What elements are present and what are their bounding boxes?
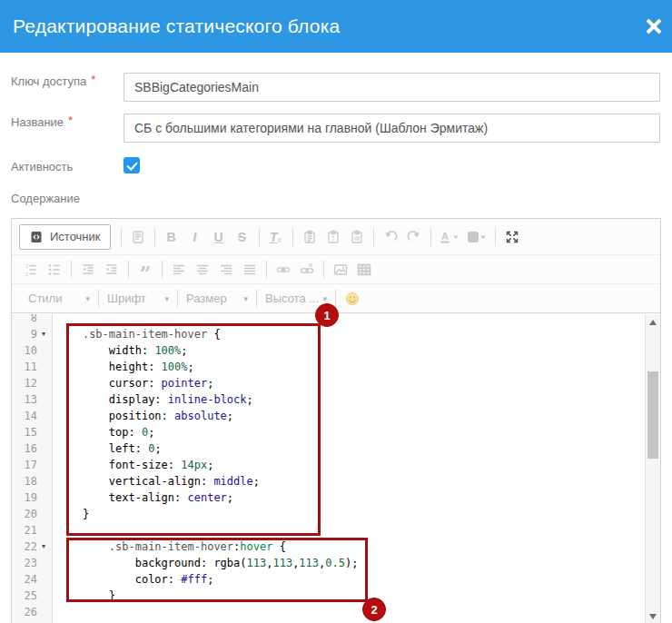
line-number-row: 21 [12, 522, 53, 539]
code-line[interactable]: cursor: pointer; [53, 375, 645, 391]
line-number-row: 16 [12, 440, 53, 457]
code-line[interactable] [53, 604, 645, 620]
fold-placeholder [37, 604, 50, 620]
code-line[interactable]: position: absolute; [53, 408, 645, 424]
code-line[interactable]: font-size: 14px; [53, 457, 645, 473]
name-label: Название* [11, 115, 73, 129]
paste-text-button[interactable]: T [321, 226, 345, 248]
text-color-button[interactable]: A [436, 226, 463, 248]
code-line[interactable]: } [53, 588, 645, 604]
code-line[interactable] [53, 314, 645, 326]
close-icon[interactable] [643, 15, 665, 37]
align-left-icon [172, 262, 186, 277]
undo-button[interactable] [379, 226, 402, 248]
toolbar-separator [256, 290, 257, 308]
code-line[interactable]: vertical-align: middle; [53, 473, 645, 490]
line-number-row: 9▾ [12, 326, 53, 342]
size-dropdown[interactable]: Размер ▾ [183, 287, 252, 311]
svg-text:T: T [331, 235, 335, 242]
templates-button[interactable] [126, 226, 150, 248]
undo-icon [383, 230, 398, 244]
numbered-list-button[interactable]: 1 2 [19, 259, 43, 281]
fold-placeholder [37, 359, 50, 375]
bold-button[interactable]: B [160, 226, 183, 248]
line-number-row: 23 [12, 555, 53, 571]
bg-color-button[interactable]: A [463, 226, 490, 248]
styles-dropdown[interactable]: Стили ▾ [25, 287, 94, 311]
code-line[interactable]: .sb-main-item-hover:hover { [53, 539, 645, 555]
underline-button[interactable]: U [207, 226, 231, 248]
italic-button[interactable]: I [183, 226, 207, 248]
line-number-row: 11 [12, 359, 53, 375]
toolbar-separator [162, 261, 163, 279]
chevron-down-icon: ▾ [164, 294, 169, 303]
clipboard-text-icon: T [326, 230, 341, 244]
access-key-input[interactable] [124, 73, 660, 102]
remove-format-button[interactable]: Tx [264, 226, 288, 248]
indent-button[interactable] [100, 259, 124, 281]
code-line[interactable]: background: rgba(113,113,113,0.5); [53, 555, 645, 571]
code-line[interactable]: .sb-main-item-hover { [53, 326, 645, 342]
active-checkbox[interactable] [124, 157, 140, 173]
line-number-row: 17 [12, 457, 53, 473]
code-line[interactable]: } [53, 506, 645, 522]
fold-arrow-icon[interactable]: ▾ [37, 326, 50, 342]
align-right-button[interactable] [214, 259, 238, 281]
font-dropdown[interactable]: Шрифт ▾ [104, 287, 173, 311]
modal-header: Редактирование статического блока [0, 0, 672, 53]
paste-button[interactable] [298, 226, 321, 248]
scrollbar-thumb[interactable] [647, 371, 658, 459]
code-line[interactable]: display: inline-block; [53, 391, 645, 408]
fold-placeholder [37, 342, 50, 359]
unlink-button[interactable] [295, 259, 319, 281]
strikethrough-button[interactable]: S [231, 226, 254, 248]
image-button[interactable] [329, 259, 352, 281]
justify-button[interactable] [238, 259, 262, 281]
code-line[interactable]: text-align: center; [53, 490, 645, 506]
code-line[interactable]: left: 0; [53, 440, 645, 457]
toolbar-separator [323, 261, 324, 279]
align-left-button[interactable] [167, 259, 191, 281]
name-input[interactable] [124, 114, 660, 143]
scroll-down-arrow-icon[interactable] [646, 608, 660, 623]
source-button[interactable]: Источник [19, 224, 111, 250]
toolbar-separator [121, 228, 122, 246]
line-number-row: 15 [12, 424, 53, 440]
code-line[interactable]: top: 0; [53, 424, 645, 440]
line-number-row: 22▾ [12, 539, 53, 555]
vertical-scrollbar[interactable] [645, 314, 660, 623]
fold-placeholder [37, 457, 50, 473]
svg-text:A: A [441, 231, 449, 242]
toolbar-separator [71, 261, 72, 279]
fold-arrow-icon[interactable]: ▾ [37, 539, 50, 555]
code-line[interactable]: color: #fff; [53, 571, 645, 588]
toolbar-separator [266, 261, 267, 279]
image-icon [333, 262, 348, 277]
maximize-button[interactable] [500, 226, 524, 248]
blockquote-button[interactable]: ” [133, 259, 157, 281]
code-line[interactable] [53, 522, 645, 539]
source-code-area[interactable]: 89▾10111213141516171819202122▾23242526 .… [12, 314, 660, 623]
toolbar-separator [154, 228, 155, 246]
align-center-button[interactable] [191, 259, 214, 281]
code-lines[interactable]: .sb-main-item-hover { width: 100%; heigh… [53, 314, 645, 620]
bulleted-list-button[interactable] [43, 259, 66, 281]
chevron-down-icon: ▾ [85, 294, 90, 303]
maximize-icon [505, 230, 519, 244]
toolbar-separator [98, 290, 99, 308]
paste-word-button[interactable]: W [345, 226, 369, 248]
smiley-button[interactable] [341, 288, 364, 310]
svg-text:W: W [353, 235, 360, 242]
code-line[interactable]: width: 100%; [53, 342, 645, 359]
indent-icon [104, 262, 119, 277]
link-button[interactable] [272, 259, 295, 281]
fold-placeholder [37, 375, 50, 391]
line-numbers: 89▾10111213141516171819202122▾23242526 [12, 314, 53, 620]
scroll-up-arrow-icon[interactable] [646, 314, 660, 330]
table-icon [357, 262, 371, 277]
redo-button[interactable] [402, 226, 426, 248]
code-line[interactable]: height: 100%; [53, 359, 645, 375]
outdent-button[interactable] [76, 259, 100, 281]
table-button[interactable] [352, 259, 376, 281]
editor-toolbar-row-2: 1 2 ” [12, 255, 660, 284]
